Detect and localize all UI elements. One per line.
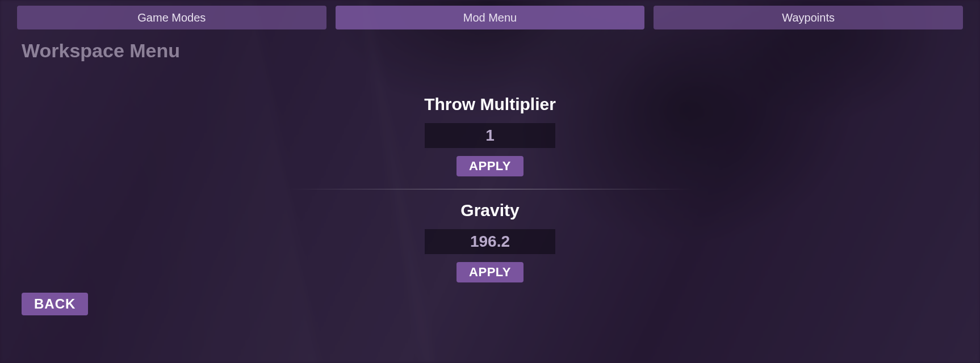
throw-multiplier-apply-button[interactable]: APPLY (457, 156, 523, 176)
gravity-apply-button[interactable]: APPLY (457, 262, 523, 282)
throw-multiplier-label: Throw Multiplier (424, 95, 556, 114)
page-title: Workspace Menu (0, 29, 980, 62)
divider (286, 189, 694, 189)
throw-multiplier-input[interactable] (425, 123, 555, 148)
back-button[interactable]: BACK (22, 293, 88, 315)
tab-waypoints[interactable]: Waypoints (654, 6, 963, 29)
setting-gravity: Gravity APPLY (286, 201, 694, 282)
setting-throw-multiplier: Throw Multiplier APPLY (286, 95, 694, 176)
tab-mod-menu[interactable]: Mod Menu (336, 6, 645, 29)
top-tabs: Game Modes Mod Menu Waypoints (0, 0, 980, 29)
settings-panel: Throw Multiplier APPLY Gravity APPLY (286, 95, 694, 282)
gravity-input[interactable] (425, 229, 555, 254)
tab-game-modes[interactable]: Game Modes (17, 6, 326, 29)
gravity-label: Gravity (460, 201, 519, 220)
